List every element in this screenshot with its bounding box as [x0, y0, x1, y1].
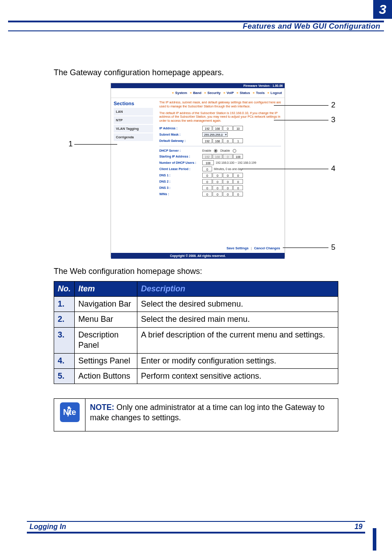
subnet-select[interactable]: 255.255.255.0: [202, 132, 228, 137]
wins-octet-input[interactable]: 0: [213, 192, 222, 196]
chevron-icon: »: [237, 91, 239, 95]
range-text: 192.168.0.100 ~ 192.168.0.199: [216, 161, 256, 164]
numusers-input[interactable]: 100: [202, 160, 214, 165]
row-item: Menu Bar: [75, 312, 137, 327]
table-row: 4. Settings Panel Enter or modify config…: [54, 353, 338, 368]
row-no: 5.: [54, 368, 75, 384]
chapter-number: 3: [379, 2, 387, 17]
separator: |: [251, 246, 252, 250]
dns2-octet-input[interactable]: 0: [223, 179, 233, 184]
sidebar: Sections LAN NTP VLAN Tagging Corrigenda: [111, 98, 156, 243]
right-edge-stripe: [373, 528, 376, 551]
intro-text-2: The Web configuration homepage shows:: [54, 266, 340, 277]
dhcp-enable-radio[interactable]: [214, 149, 217, 153]
callout-line: [242, 169, 328, 169]
menu-tools[interactable]: Tools: [256, 91, 264, 95]
row-no: 4.: [54, 353, 75, 368]
dns2-octet-input[interactable]: 0: [213, 179, 222, 184]
ip-octet-input[interactable]: 0: [223, 126, 233, 131]
table-row: 1. Navigation Bar Select the desired sub…: [54, 297, 338, 312]
sidebar-item-lan[interactable]: LAN: [114, 108, 153, 115]
dns1-octet-input[interactable]: 0: [202, 173, 212, 178]
footer-section: Logging In: [30, 523, 66, 531]
gw-octet-input[interactable]: 168: [213, 138, 222, 143]
start-ip-octet-input[interactable]: 100: [233, 154, 243, 159]
enable-label: Enable: [202, 149, 211, 152]
callout-line: [74, 144, 117, 145]
dns3-octet-input[interactable]: 0: [213, 185, 222, 190]
menu-band[interactable]: Band: [193, 91, 201, 95]
dns3-octet-input[interactable]: 0: [202, 185, 212, 190]
gw-octet-input[interactable]: 192: [202, 138, 212, 143]
ip-octet-input[interactable]: 10: [233, 126, 243, 131]
dns1-octet-input[interactable]: 0: [233, 173, 243, 178]
th-item: Item: [75, 282, 137, 297]
page-header-bar: Features and Web GUI Configuration: [8, 21, 384, 31]
callout-3: 3: [331, 115, 335, 124]
row-desc: Select the desired main menu.: [137, 312, 338, 327]
row-desc: A brief description of the current menu …: [137, 327, 338, 353]
callout-line: [274, 120, 328, 120]
table-row: 5. Action Buttons Perform context sensit…: [54, 368, 338, 384]
note-body: Only one administrator at a time can log…: [90, 403, 324, 422]
dhcp-disable-radio[interactable]: [233, 149, 236, 153]
dns3-octet-input[interactable]: 0: [233, 185, 243, 190]
menu-voip[interactable]: VoIP: [226, 91, 234, 95]
page-footer: Logging In 19: [27, 521, 365, 534]
gui-screenshot: Firmware Version : 1.00.06 »System »Band…: [111, 83, 285, 257]
ip-octet-input[interactable]: 168: [213, 126, 222, 131]
chapter-title: Features and Web GUI Configuration: [243, 22, 384, 31]
sidebar-item-vlan[interactable]: VLAN Tagging: [114, 125, 153, 132]
gw-octet-input[interactable]: 1: [233, 138, 243, 143]
wins-octet-input[interactable]: 0: [223, 192, 233, 196]
action-bar: Save Settings | Cancel Changes: [111, 243, 285, 253]
gw-octet-input[interactable]: 0: [223, 138, 233, 143]
main-menu-bar: »System »Band »Security »VoIP »Status »T…: [111, 88, 285, 98]
lease-input[interactable]: 0: [202, 166, 212, 171]
chevron-icon: »: [204, 91, 206, 95]
sidebar-title: Sections: [114, 101, 153, 106]
row-item: Action Buttons: [75, 368, 137, 384]
cancel-button[interactable]: Cancel Changes: [254, 246, 280, 250]
table-row: 2. Menu Bar Select the desired main menu…: [54, 312, 338, 327]
chevron-icon: »: [190, 91, 192, 95]
lease-hint: Minutes, 0 as one day.: [214, 167, 243, 171]
menu-security[interactable]: Security: [207, 91, 221, 95]
dhcp-label: DHCP Server :: [159, 149, 200, 152]
callout-1: 1: [68, 140, 72, 149]
note-text: NOTE: Only one administrator at a time c…: [85, 399, 338, 431]
dns3-label: DNS 3 :: [159, 186, 200, 189]
copyright-bar: Copyright © 2008. All rights reserved.: [111, 253, 285, 259]
th-desc: Description: [137, 282, 338, 297]
footer-page: 19: [354, 523, 362, 531]
intro-text-1: The Gateway configuration homepage appea…: [54, 67, 340, 78]
sidebar-item-ntp[interactable]: NTP: [114, 116, 153, 124]
sidebar-item-corrigenda[interactable]: Corrigenda: [114, 133, 153, 141]
row-no: 1.: [54, 297, 75, 312]
description-text-2: The default IP address of the Subscriber…: [159, 111, 281, 123]
menu-logout[interactable]: Logout: [271, 91, 282, 95]
subnet-label: Subnet Mask :: [159, 133, 200, 136]
start-ip-label: Starting IP Address :: [159, 155, 200, 158]
dns2-octet-input[interactable]: 0: [202, 179, 212, 184]
dns3-octet-input[interactable]: 0: [223, 185, 233, 190]
start-ip-octet: 168: [213, 154, 222, 159]
ip-octet-input[interactable]: 192: [202, 126, 212, 131]
dns2-octet-input[interactable]: 0: [233, 179, 243, 184]
callout-2: 2: [331, 101, 335, 110]
wins-octet-input[interactable]: 0: [202, 192, 212, 196]
dns2-label: DNS 2 :: [159, 180, 200, 183]
menu-system[interactable]: System: [175, 91, 187, 95]
row-desc: Perform context sensitive actions.: [137, 368, 338, 384]
note-icon-cell: N te: [54, 399, 85, 431]
table-row: 3. Description Panel A brief description…: [54, 327, 338, 353]
dns1-octet-input[interactable]: 0: [213, 173, 222, 178]
menu-status[interactable]: Status: [240, 91, 250, 95]
dns1-label: DNS 1 :: [159, 174, 200, 177]
wins-octet-input[interactable]: 0: [233, 192, 243, 196]
dns1-octet-input[interactable]: 0: [223, 173, 233, 178]
chevron-icon: »: [172, 91, 174, 95]
row-item: Settings Panel: [75, 353, 137, 368]
callout-5: 5: [331, 243, 335, 252]
save-button[interactable]: Save Settings: [226, 246, 248, 250]
